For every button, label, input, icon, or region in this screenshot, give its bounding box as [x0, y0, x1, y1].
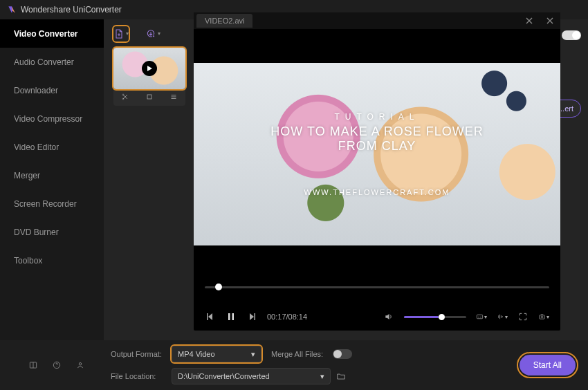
svg-rect-14 [540, 315, 544, 319]
sidebar-item-screen-recorder[interactable]: Screen Recorder [0, 189, 104, 218]
svg-rect-10 [228, 313, 230, 320]
video-item[interactable] [113, 48, 185, 106]
sidebar-item-label: Video Editor [14, 142, 59, 152]
toggle-knob [572, 31, 580, 39]
sidebar-item-downloader[interactable]: Downloader [0, 76, 104, 104]
app-title: Wondershare UniConverter [21, 5, 122, 15]
svg-rect-12 [255, 313, 256, 320]
volume-icon[interactable] [383, 312, 394, 322]
scrub-thumb[interactable] [215, 284, 222, 290]
overlay-tutorial: TUTORIAL [270, 112, 483, 122]
download-button[interactable]: ▾ [145, 26, 160, 41]
app-logo-icon [7, 5, 17, 15]
output-format-value: MP4 Video [178, 350, 215, 358]
audio-track-button[interactable]: ▾ [497, 312, 508, 322]
merge-all-label: Merge All Files: [271, 350, 323, 358]
overlay-line1: HOW TO MAKE A ROSE FLOWER [270, 124, 483, 139]
sidebar-item-label: Video Compressor [14, 114, 82, 124]
sidebar-item-label: Toolbox [14, 256, 42, 266]
snapshot-button[interactable]: ▾ [538, 312, 549, 322]
preview-window: VIDEO2.avi TUTORIAL HOW TO MAKE A ROSE F… [194, 12, 560, 331]
toggle-knob [333, 350, 342, 358]
chevron-down-icon: ▾ [320, 372, 324, 381]
time-display: 00:17/08:14 [267, 313, 307, 321]
app-logo-wrap: Wondershare UniConverter [7, 5, 122, 15]
play-overlay-icon[interactable] [142, 61, 157, 76]
bottom-left-tools [10, 360, 104, 370]
thumb-toolbar [113, 88, 185, 106]
chevron-down-icon: ▾ [251, 350, 255, 359]
sidebar-item-label: Screen Recorder [14, 199, 77, 209]
svg-point-7 [57, 366, 57, 367]
svg-point-15 [541, 316, 543, 318]
video-thumbnail[interactable] [113, 48, 185, 89]
add-file-button[interactable]: ▾ [113, 26, 129, 41]
caret-down-icon: ▾ [158, 30, 160, 37]
sidebar-item-merger[interactable]: Merger [0, 161, 104, 189]
start-all-button[interactable]: Start All [520, 355, 576, 375]
next-frame-button[interactable] [246, 313, 257, 321]
sidebar-item-label: DVD Burner [14, 228, 59, 237]
caret-down-icon: ▾ [126, 30, 129, 37]
bottom-bar: Output Format: MP4 Video ▾ Merge All Fil… [0, 340, 588, 390]
output-format-label: Output Format: [111, 350, 162, 358]
crop-icon[interactable] [145, 93, 154, 101]
scrub-bar[interactable] [194, 279, 560, 303]
volume-thumb[interactable] [439, 314, 445, 320]
player-controls: 00:17/08:14 ▾ ▾ ▾ [194, 303, 560, 331]
sidebar-item-label: Video Converter [14, 29, 77, 39]
caret-down-icon: ▾ [505, 314, 508, 320]
svg-rect-13 [477, 315, 482, 319]
volume-slider[interactable] [404, 316, 466, 318]
high-speed-toggle[interactable] [562, 30, 581, 40]
preview-tab-bar: VIDEO2.avi [194, 12, 560, 29]
caret-down-icon: ▾ [546, 314, 549, 320]
account-icon[interactable] [75, 360, 85, 370]
sidebar-item-toolbox[interactable]: Toolbox [0, 246, 104, 275]
sidebar-item-video-compressor[interactable]: Video Compressor [0, 104, 104, 133]
svg-rect-9 [207, 313, 208, 320]
sidebar-item-video-converter[interactable]: Video Converter [0, 19, 104, 48]
preview-close-window-button[interactable] [540, 12, 560, 29]
volume-fill [404, 316, 439, 318]
merge-all-toggle[interactable] [333, 349, 352, 359]
overlay-url: WWW.THEFLOWERCRAFT.COM [270, 188, 483, 196]
overlay-line2: FROM CLAY [270, 139, 483, 154]
caret-down-icon: ▾ [484, 314, 487, 320]
video-frame: TUTORIAL HOW TO MAKE A ROSE FLOWER FROM … [194, 44, 560, 265]
tutorial-icon[interactable] [28, 360, 38, 370]
svg-point-8 [79, 363, 82, 366]
open-folder-button[interactable] [336, 371, 346, 381]
sidebar-item-label: Merger [14, 171, 40, 180]
preview-tab[interactable]: VIDEO2.avi [196, 14, 252, 28]
sidebar-item-video-editor[interactable]: Video Editor [0, 133, 104, 161]
trim-icon[interactable] [121, 93, 129, 101]
file-location-select[interactable]: D:\UniConverter\Converted ▾ [172, 368, 331, 384]
add-file-icon [113, 28, 125, 40]
more-icon[interactable] [169, 93, 178, 101]
prev-frame-button[interactable] [205, 313, 216, 321]
download-cloud-icon [145, 28, 156, 40]
svg-rect-11 [232, 313, 235, 320]
fullscreen-button[interactable] [517, 312, 529, 322]
help-icon[interactable] [52, 360, 62, 370]
file-location-label: File Location: [111, 372, 162, 380]
sidebar-item-dvd-burner[interactable]: DVD Burner [0, 218, 104, 246]
file-location-value: D:\UniConverter\Converted [178, 372, 270, 380]
sidebar: Video Converter Audio Converter Download… [0, 19, 104, 340]
play-pause-button[interactable] [226, 313, 237, 321]
svg-rect-4 [147, 95, 151, 99]
sidebar-item-label: Audio Converter [14, 57, 74, 67]
subtitle-button[interactable]: ▾ [476, 312, 487, 322]
preview-close-tab-button[interactable] [519, 12, 540, 29]
scrub-track[interactable] [205, 286, 549, 288]
sidebar-item-label: Downloader [14, 86, 58, 95]
sidebar-item-audio-converter[interactable]: Audio Converter [0, 48, 104, 76]
video-viewport[interactable]: TUTORIAL HOW TO MAKE A ROSE FLOWER FROM … [194, 29, 560, 279]
output-format-select[interactable]: MP4 Video ▾ [172, 346, 261, 362]
